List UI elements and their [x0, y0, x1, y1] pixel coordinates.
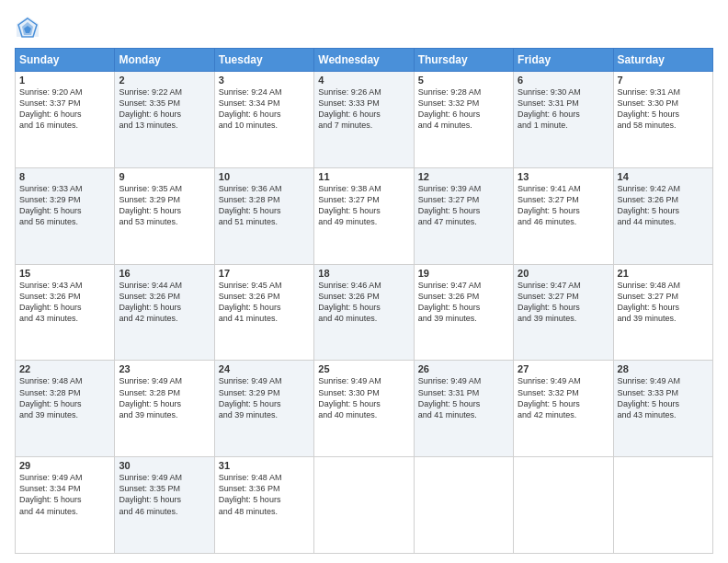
day-number: 22	[19, 363, 110, 374]
calendar-cell: 27Sunrise: 9:49 AM Sunset: 3:32 PM Dayli…	[514, 361, 613, 457]
day-info: Sunrise: 9:47 AM Sunset: 3:26 PM Dayligh…	[418, 280, 509, 325]
day-number: 5	[418, 75, 509, 86]
day-number: 8	[19, 171, 110, 182]
calendar-header-tuesday: Tuesday	[214, 49, 313, 72]
calendar-cell: 5Sunrise: 9:28 AM Sunset: 3:32 PM Daylig…	[414, 72, 513, 168]
day-info: Sunrise: 9:43 AM Sunset: 3:26 PM Dayligh…	[19, 280, 110, 325]
calendar-cell: 12Sunrise: 9:39 AM Sunset: 3:27 PM Dayli…	[414, 167, 513, 264]
day-info: Sunrise: 9:49 AM Sunset: 3:35 PM Dayligh…	[119, 472, 210, 517]
day-info: Sunrise: 9:49 AM Sunset: 3:29 PM Dayligh…	[219, 375, 310, 420]
day-number: 13	[518, 171, 609, 182]
day-number: 25	[318, 363, 409, 374]
calendar-cell	[514, 457, 613, 554]
calendar-cell: 6Sunrise: 9:30 AM Sunset: 3:31 PM Daylig…	[514, 72, 613, 168]
calendar-cell: 26Sunrise: 9:49 AM Sunset: 3:31 PM Dayli…	[414, 361, 513, 457]
day-info: Sunrise: 9:49 AM Sunset: 3:28 PM Dayligh…	[119, 375, 210, 420]
day-number: 15	[19, 268, 110, 279]
day-info: Sunrise: 9:48 AM Sunset: 3:28 PM Dayligh…	[19, 375, 110, 420]
calendar-cell	[414, 457, 513, 554]
day-info: Sunrise: 9:26 AM Sunset: 3:33 PM Dayligh…	[318, 86, 409, 132]
day-number: 9	[119, 171, 210, 182]
day-number: 27	[518, 363, 609, 374]
calendar-cell: 31Sunrise: 9:48 AM Sunset: 3:36 PM Dayli…	[214, 457, 313, 554]
day-number: 19	[418, 268, 509, 279]
day-info: Sunrise: 9:49 AM Sunset: 3:32 PM Dayligh…	[518, 375, 609, 420]
day-number: 21	[618, 268, 709, 279]
day-info: Sunrise: 9:42 AM Sunset: 3:26 PM Dayligh…	[618, 183, 709, 228]
calendar-cell: 28Sunrise: 9:49 AM Sunset: 3:33 PM Dayli…	[613, 361, 712, 457]
calendar-cell	[314, 457, 414, 554]
day-info: Sunrise: 9:28 AM Sunset: 3:32 PM Dayligh…	[418, 86, 509, 132]
calendar-header-sunday: Sunday	[16, 49, 115, 72]
day-number: 2	[119, 75, 210, 86]
day-info: Sunrise: 9:47 AM Sunset: 3:27 PM Dayligh…	[518, 280, 609, 325]
calendar-cell: 11Sunrise: 9:38 AM Sunset: 3:27 PM Dayli…	[314, 167, 414, 264]
calendar-cell: 15Sunrise: 9:43 AM Sunset: 3:26 PM Dayli…	[16, 264, 115, 361]
calendar-cell: 8Sunrise: 9:33 AM Sunset: 3:29 PM Daylig…	[16, 167, 115, 264]
calendar-header-thursday: Thursday	[414, 49, 513, 72]
day-number: 23	[119, 363, 210, 374]
calendar-cell: 23Sunrise: 9:49 AM Sunset: 3:28 PM Dayli…	[115, 361, 214, 457]
day-number: 3	[219, 75, 310, 86]
day-number: 31	[219, 460, 310, 471]
day-number: 14	[618, 171, 709, 182]
header	[15, 11, 713, 40]
day-info: Sunrise: 9:41 AM Sunset: 3:27 PM Dayligh…	[518, 183, 609, 228]
day-number: 29	[19, 460, 110, 471]
day-number: 11	[318, 171, 409, 182]
calendar-header-friday: Friday	[514, 49, 613, 72]
day-number: 7	[618, 75, 709, 86]
calendar-cell: 4Sunrise: 9:26 AM Sunset: 3:33 PM Daylig…	[314, 72, 414, 168]
day-number: 30	[119, 460, 210, 471]
calendar-cell: 18Sunrise: 9:46 AM Sunset: 3:26 PM Dayli…	[314, 264, 414, 361]
calendar-header-wednesday: Wednesday	[314, 49, 414, 72]
day-info: Sunrise: 9:49 AM Sunset: 3:31 PM Dayligh…	[418, 375, 509, 420]
day-info: Sunrise: 9:38 AM Sunset: 3:27 PM Dayligh…	[318, 183, 409, 228]
calendar-cell: 19Sunrise: 9:47 AM Sunset: 3:26 PM Dayli…	[414, 264, 513, 361]
calendar-header-monday: Monday	[115, 49, 214, 72]
day-info: Sunrise: 9:33 AM Sunset: 3:29 PM Dayligh…	[19, 183, 110, 228]
day-info: Sunrise: 9:49 AM Sunset: 3:30 PM Dayligh…	[318, 375, 409, 420]
day-info: Sunrise: 9:30 AM Sunset: 3:31 PM Dayligh…	[518, 86, 609, 132]
day-number: 16	[119, 268, 210, 279]
day-number: 24	[219, 363, 310, 374]
calendar-cell: 3Sunrise: 9:24 AM Sunset: 3:34 PM Daylig…	[214, 72, 313, 168]
calendar-cell: 30Sunrise: 9:49 AM Sunset: 3:35 PM Dayli…	[115, 457, 214, 554]
day-info: Sunrise: 9:24 AM Sunset: 3:34 PM Dayligh…	[219, 86, 310, 132]
calendar-week-row: 8Sunrise: 9:33 AM Sunset: 3:29 PM Daylig…	[16, 167, 713, 264]
day-number: 12	[418, 171, 509, 182]
day-info: Sunrise: 9:49 AM Sunset: 3:34 PM Dayligh…	[19, 472, 110, 517]
day-info: Sunrise: 9:39 AM Sunset: 3:27 PM Dayligh…	[418, 183, 509, 228]
day-number: 28	[618, 363, 709, 374]
calendar-cell: 10Sunrise: 9:36 AM Sunset: 3:28 PM Dayli…	[214, 167, 313, 264]
day-info: Sunrise: 9:31 AM Sunset: 3:30 PM Dayligh…	[618, 86, 709, 132]
calendar-week-row: 1Sunrise: 9:20 AM Sunset: 3:37 PM Daylig…	[16, 72, 713, 168]
calendar-cell: 13Sunrise: 9:41 AM Sunset: 3:27 PM Dayli…	[514, 167, 613, 264]
calendar-week-row: 15Sunrise: 9:43 AM Sunset: 3:26 PM Dayli…	[16, 264, 713, 361]
calendar-table: SundayMondayTuesdayWednesdayThursdayFrid…	[15, 48, 713, 554]
day-info: Sunrise: 9:20 AM Sunset: 3:37 PM Dayligh…	[19, 86, 110, 132]
calendar-cell: 24Sunrise: 9:49 AM Sunset: 3:29 PM Dayli…	[214, 361, 313, 457]
calendar-cell: 2Sunrise: 9:22 AM Sunset: 3:35 PM Daylig…	[115, 72, 214, 168]
calendar-cell: 21Sunrise: 9:48 AM Sunset: 3:27 PM Dayli…	[613, 264, 712, 361]
calendar-cell: 7Sunrise: 9:31 AM Sunset: 3:30 PM Daylig…	[613, 72, 712, 168]
day-info: Sunrise: 9:44 AM Sunset: 3:26 PM Dayligh…	[119, 280, 210, 325]
day-number: 6	[518, 75, 609, 86]
day-info: Sunrise: 9:48 AM Sunset: 3:36 PM Dayligh…	[219, 472, 310, 517]
page: SundayMondayTuesdayWednesdayThursdayFrid…	[0, 0, 728, 563]
day-number: 1	[19, 75, 110, 86]
day-number: 20	[518, 268, 609, 279]
day-number: 10	[219, 171, 310, 182]
logo-icon	[15, 15, 40, 40]
day-info: Sunrise: 9:22 AM Sunset: 3:35 PM Dayligh…	[119, 86, 210, 132]
calendar-week-row: 29Sunrise: 9:49 AM Sunset: 3:34 PM Dayli…	[16, 457, 713, 554]
logo	[15, 15, 44, 40]
day-number: 18	[318, 268, 409, 279]
calendar-cell	[613, 457, 712, 554]
calendar-cell: 25Sunrise: 9:49 AM Sunset: 3:30 PM Dayli…	[314, 361, 414, 457]
day-number: 26	[418, 363, 509, 374]
day-info: Sunrise: 9:46 AM Sunset: 3:26 PM Dayligh…	[318, 280, 409, 325]
calendar-cell: 14Sunrise: 9:42 AM Sunset: 3:26 PM Dayli…	[613, 167, 712, 264]
day-info: Sunrise: 9:45 AM Sunset: 3:26 PM Dayligh…	[219, 280, 310, 325]
calendar-cell: 22Sunrise: 9:48 AM Sunset: 3:28 PM Dayli…	[16, 361, 115, 457]
